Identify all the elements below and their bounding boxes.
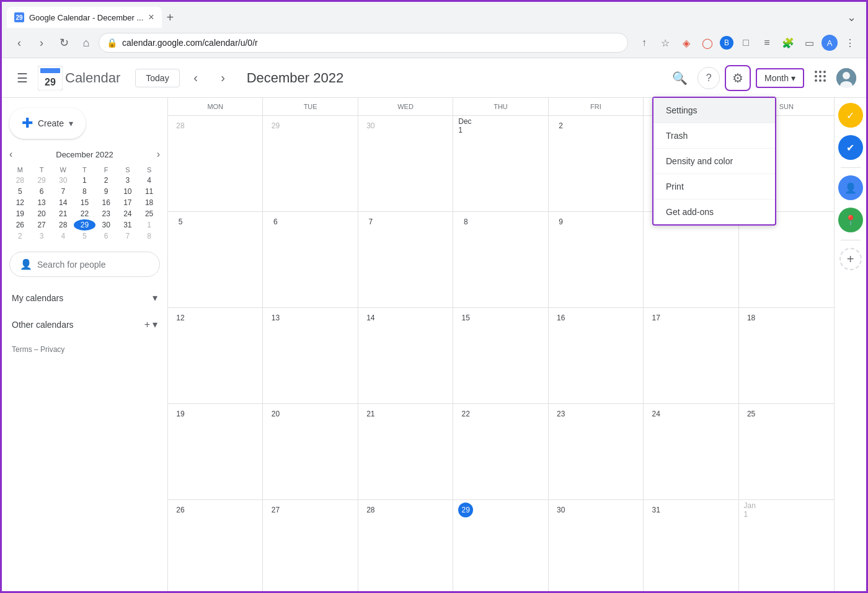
cal-day[interactable]: 24 xyxy=(644,404,738,499)
mini-day[interactable]: 27 xyxy=(31,219,53,231)
cal-day[interactable]: 31 xyxy=(644,500,738,593)
mini-day[interactable]: 1 xyxy=(74,175,95,186)
mini-cal-prev-button[interactable]: ‹ xyxy=(9,149,12,160)
create-button[interactable]: ✚ Create ▾ xyxy=(9,108,86,139)
ext3-button[interactable]: ≡ xyxy=(758,34,776,51)
bookmark-button[interactable]: ☆ xyxy=(657,34,674,51)
mini-day[interactable]: 29 xyxy=(31,175,53,186)
mini-day[interactable]: 7 xyxy=(117,231,139,242)
cal-day[interactable]: 7 xyxy=(358,212,453,307)
apps-button[interactable] xyxy=(809,65,831,90)
mini-day[interactable]: 4 xyxy=(138,175,160,186)
cal-day[interactable]: 30 xyxy=(549,500,644,593)
opera-button[interactable]: ◯ xyxy=(699,34,716,51)
dropdown-item-addons[interactable]: Get add-ons xyxy=(653,200,775,224)
mini-day[interactable]: 23 xyxy=(95,208,117,219)
pocket-button[interactable]: ◈ xyxy=(678,34,695,51)
mini-day[interactable]: 11 xyxy=(138,186,160,197)
other-calendars-header[interactable]: Other calendars + ▾ xyxy=(9,314,160,335)
share-button[interactable]: ↑ xyxy=(636,34,653,51)
ext1-button[interactable]: B xyxy=(720,36,733,50)
mini-day[interactable]: 18 xyxy=(138,197,160,208)
mini-day[interactable]: 30 xyxy=(52,175,74,186)
mini-day[interactable]: 2 xyxy=(9,231,31,242)
cal-day[interactable]: 17 xyxy=(644,308,738,403)
cal-day[interactable]: Dec 1 xyxy=(453,116,548,211)
cal-day[interactable]: 13 xyxy=(263,308,358,403)
dropdown-item-print[interactable]: Print xyxy=(653,174,775,200)
mini-day[interactable]: 8 xyxy=(74,186,95,197)
cal-day[interactable]: 11 xyxy=(739,212,834,307)
menu-button[interactable]: ⋮ xyxy=(841,34,859,51)
mini-day[interactable]: 25 xyxy=(138,208,160,219)
cal-day[interactable]: 12 xyxy=(168,308,263,403)
mini-day[interactable]: 1 xyxy=(138,219,160,231)
cal-day[interactable]: 30 xyxy=(358,116,453,211)
cal-day[interactable]: 10 xyxy=(644,212,738,307)
dropdown-item-density[interactable]: Density and color xyxy=(653,149,775,174)
mini-day[interactable]: 6 xyxy=(31,186,53,197)
dropdown-item-trash[interactable]: Trash xyxy=(653,123,775,149)
rs-contacts[interactable]: 👤 xyxy=(838,175,863,200)
my-calendars-header[interactable]: My calendars ▾ xyxy=(9,287,160,309)
cal-day[interactable]: 8 xyxy=(453,212,548,307)
search-people[interactable]: 👤 Search for people xyxy=(9,252,160,277)
mini-day[interactable]: 28 xyxy=(52,219,74,231)
mini-day[interactable]: 16 xyxy=(95,197,117,208)
rs-add-button[interactable]: + xyxy=(839,248,862,270)
cal-day[interactable]: 15 xyxy=(453,308,548,403)
other-calendars-add-button[interactable]: + xyxy=(144,318,150,330)
avatar[interactable] xyxy=(836,68,856,88)
mini-day[interactable]: 2 xyxy=(95,175,117,186)
cal-day[interactable]: 20 xyxy=(263,404,358,499)
back-button[interactable]: ‹ xyxy=(9,33,29,53)
mini-day[interactable]: 24 xyxy=(117,208,139,219)
mini-day[interactable]: 12 xyxy=(9,197,31,208)
terms-link[interactable]: Terms xyxy=(12,345,32,354)
cal-day-today[interactable]: 29 xyxy=(453,500,548,593)
ext4-button[interactable]: 🧩 xyxy=(779,34,797,51)
mini-day[interactable]: 13 xyxy=(31,197,53,208)
cal-day[interactable]: 26 xyxy=(168,500,263,593)
profile-button[interactable]: A xyxy=(822,35,838,51)
mini-day[interactable]: 22 xyxy=(74,208,95,219)
mini-day[interactable]: 8 xyxy=(138,231,160,242)
mini-day[interactable]: 5 xyxy=(9,186,31,197)
cal-day[interactable]: 28 xyxy=(358,500,453,593)
cal-day[interactable]: 23 xyxy=(549,404,644,499)
mini-day[interactable]: 14 xyxy=(52,197,74,208)
prev-month-button[interactable]: ‹ xyxy=(185,67,207,89)
cal-day[interactable]: 27 xyxy=(263,500,358,593)
mini-day-today[interactable]: 29 xyxy=(74,219,95,231)
mini-day[interactable]: 7 xyxy=(52,186,74,197)
new-tab-button[interactable]: + xyxy=(162,11,179,25)
cal-day[interactable]: 28 xyxy=(168,116,263,211)
mini-day[interactable]: 30 xyxy=(95,219,117,231)
cal-day[interactable]: 25 xyxy=(739,404,834,499)
today-button[interactable]: Today xyxy=(135,69,179,87)
next-month-button[interactable]: › xyxy=(212,67,234,89)
mini-day[interactable]: 5 xyxy=(74,231,95,242)
refresh-button[interactable]: ↻ xyxy=(54,33,74,53)
mini-day[interactable]: 21 xyxy=(52,208,74,219)
ext2-button[interactable]: □ xyxy=(737,34,755,51)
cal-day[interactable]: 19 xyxy=(168,404,263,499)
mini-day[interactable]: 26 xyxy=(9,219,31,231)
active-tab[interactable]: 29 Google Calendar - December ... × xyxy=(7,7,162,28)
rs-maps[interactable]: 📍 xyxy=(838,208,863,232)
cal-day[interactable]: 29 xyxy=(263,116,358,211)
cal-day[interactable]: 9 xyxy=(549,212,644,307)
mini-day[interactable]: 9 xyxy=(95,186,117,197)
privacy-link[interactable]: Privacy xyxy=(40,345,64,354)
help-button[interactable]: ? xyxy=(698,67,720,89)
cal-day[interactable]: 5 xyxy=(168,212,263,307)
mini-cal-next-button[interactable]: › xyxy=(157,149,160,160)
forward-button[interactable]: › xyxy=(32,33,51,53)
mini-day[interactable]: 15 xyxy=(74,197,95,208)
address-bar[interactable]: 🔒 calendar.google.com/calendar/u/0/r xyxy=(99,33,628,53)
sidebar-toggle-button[interactable]: ▭ xyxy=(800,34,818,51)
cal-day[interactable]: 14 xyxy=(358,308,453,403)
home-button[interactable]: ⌂ xyxy=(76,33,96,53)
mini-day[interactable]: 28 xyxy=(9,175,31,186)
settings-button[interactable]: ⚙ xyxy=(725,65,751,91)
